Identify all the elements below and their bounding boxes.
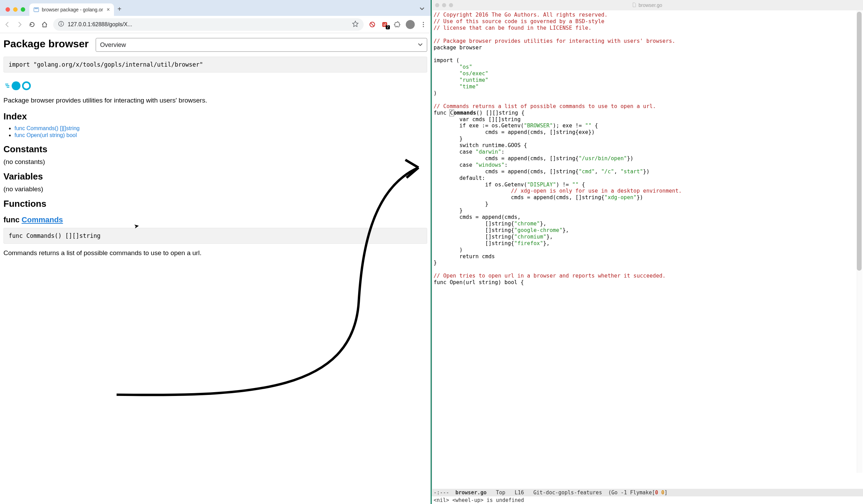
- address-bar[interactable]: 127.0.0.1:62888/gopls/X...: [53, 18, 364, 31]
- variables-body: (no variables): [3, 185, 427, 193]
- package-description: Package browser provides utilities for i…: [3, 97, 427, 104]
- func-commands-description: Commands returns a list of possible comm…: [3, 249, 427, 257]
- nav-back-button[interactable]: [3, 21, 11, 28]
- editor-close-button[interactable]: [435, 3, 439, 7]
- chrome-menu-icon[interactable]: [420, 21, 427, 28]
- func-commands-link[interactable]: Commands: [22, 215, 63, 224]
- editor-maximize-button[interactable]: [449, 3, 453, 7]
- editor-body[interactable]: // Copyright 2016 The Go Authors. All ri…: [432, 10, 863, 489]
- go-logo: [3, 80, 427, 92]
- svg-point-9: [423, 26, 424, 27]
- constants-body: (no constants): [3, 158, 427, 166]
- constants-heading: Constants: [3, 144, 427, 155]
- index-link-open[interactable]: func Open(url string) bool: [15, 132, 77, 138]
- index-list: func Commands() [][]string func Open(url…: [3, 125, 427, 138]
- chrome-window: browser package - golang.or × + 127.0.0.…: [0, 0, 432, 504]
- svg-rect-12: [7, 87, 10, 88]
- tab-strip: browser package - golang.or × +: [0, 0, 431, 16]
- func-commands-signature: func Commands() [][]string: [3, 228, 427, 244]
- tab-close-icon[interactable]: ×: [107, 7, 110, 13]
- reload-button[interactable]: [28, 21, 36, 28]
- variables-heading: Variables: [3, 171, 427, 182]
- chevron-down-icon: [418, 41, 423, 49]
- list-item: func Commands() [][]string: [15, 125, 427, 132]
- svg-point-8: [423, 24, 424, 25]
- svg-point-13: [23, 82, 30, 89]
- list-item: func Open(url string) bool: [15, 132, 427, 138]
- editor-modeline: -:--- browser.go Top L16 Git-doc-gopls-f…: [432, 489, 863, 496]
- profile-avatar[interactable]: [406, 20, 415, 29]
- text-cursor: C: [450, 110, 453, 116]
- index-heading: Index: [3, 111, 427, 122]
- svg-rect-0: [34, 8, 39, 12]
- section-dropdown[interactable]: Overview: [96, 38, 427, 52]
- svg-point-3: [61, 22, 61, 23]
- editor-filename: browser.go: [639, 2, 662, 8]
- editor-titlebar: browser.go: [432, 0, 863, 10]
- editor-echo-area: <nil> <wheel-up> is undefined: [432, 496, 863, 504]
- svg-rect-4: [61, 23, 61, 25]
- bookmark-icon[interactable]: [352, 20, 359, 29]
- scrollbar-thumb[interactable]: [857, 12, 862, 271]
- svg-rect-1: [35, 8, 38, 9]
- url-text: 127.0.0.1:62888/gopls/X...: [68, 21, 132, 28]
- page-content: Package browser Overview import "golang.…: [0, 33, 431, 504]
- svg-rect-10: [5, 84, 8, 85]
- editor-window: browser.go // Copyright 2016 The Go Auth…: [432, 0, 863, 504]
- page-title: Package browser: [3, 38, 89, 50]
- functions-heading: Functions: [3, 198, 427, 209]
- svg-rect-11: [6, 85, 10, 86]
- func-commands-heading: func Commands: [3, 215, 427, 224]
- tab-overflow-icon[interactable]: [420, 6, 424, 12]
- window-controls: [6, 7, 25, 12]
- file-icon: [632, 2, 636, 8]
- svg-point-7: [423, 22, 424, 23]
- nav-forward-button[interactable]: [16, 21, 23, 28]
- extension-todoist-icon[interactable]: 2: [381, 21, 389, 28]
- minimize-window-button[interactable]: [13, 7, 18, 12]
- extension-badge: 2: [386, 25, 390, 29]
- dropdown-value: Overview: [100, 41, 126, 49]
- editor-minimize-button[interactable]: [442, 3, 446, 7]
- extension-adblock-icon[interactable]: [368, 21, 376, 28]
- code-area[interactable]: // Copyright 2016 The Go Authors. All ri…: [432, 10, 863, 287]
- maximize-window-button[interactable]: [21, 7, 25, 12]
- editor-window-controls: [435, 3, 453, 7]
- extensions-icon[interactable]: [393, 21, 401, 28]
- close-window-button[interactable]: [6, 7, 10, 12]
- site-info-icon[interactable]: [58, 21, 64, 28]
- tab-favicon: [33, 7, 39, 12]
- scrollbar-track[interactable]: [857, 10, 862, 473]
- new-tab-button[interactable]: +: [117, 5, 122, 13]
- browser-tab[interactable]: browser package - golang.or ×: [29, 3, 114, 16]
- index-link-commands[interactable]: func Commands() [][]string: [15, 125, 80, 131]
- browser-toolbar: 127.0.0.1:62888/gopls/X... 2: [0, 16, 431, 33]
- import-snippet: import "golang.org/x/tools/gopls/interna…: [3, 57, 427, 72]
- tab-title: browser package - golang.or: [42, 7, 103, 12]
- home-button[interactable]: [41, 21, 48, 28]
